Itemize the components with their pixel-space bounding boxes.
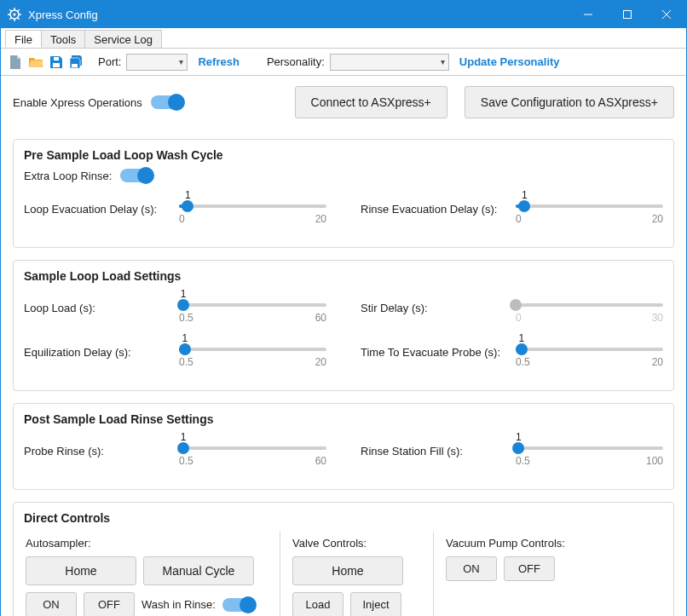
section-post-rinse: Post Sample Load Rinse Settings Probe Ri… [13,403,674,490]
wash-in-rinse-label: Wash in Rinse: [141,598,216,611]
rinse-station-fill-label: Rinse Station Fill (s): [361,433,507,458]
tab-file[interactable]: File [5,30,42,48]
svg-point-1 [14,14,16,16]
autosampler-label: Autosampler: [26,537,268,550]
section-pre-wash: Pre Sample Load Loop Wash Cycle Extra Lo… [13,139,674,248]
stir-delay-label: Stir Delay (s): [361,290,507,314]
app-window: Xpress Config File Tools Service Log Por… [0,0,687,616]
manual-cycle-button[interactable]: Manual Cycle [143,556,254,585]
vacuum-off-button[interactable]: OFF [504,556,555,581]
save-icon[interactable] [49,55,64,70]
save-all-icon[interactable] [69,55,84,70]
time-evacuate-probe-label: Time To Evacuate Probe (s): [361,334,507,359]
autosampler-on-button[interactable]: ON [26,592,77,616]
minimize-button[interactable] [569,1,608,28]
port-label: Port: [98,55,121,68]
valve-label: Valve Controls: [292,537,421,550]
loop-evac-delay-slider[interactable]: 1 020 [179,191,326,225]
tab-tools[interactable]: Tools [41,30,85,48]
section-loop-load: Sample Loop Load Settings Loop Load (s):… [13,260,674,391]
app-gear-icon [8,8,21,21]
probe-rinse-label: Probe Rinse (s): [24,433,170,458]
svg-rect-14 [53,63,60,67]
wash-in-rinse-toggle[interactable] [222,598,255,612]
probe-rinse-slider[interactable]: 1 0.560 [179,433,326,467]
loop-load-label: Loop Load (s): [24,290,170,314]
maximize-button[interactable] [608,1,647,28]
rinse-evac-delay-label: Rinse Evacuation Delay (s): [361,191,507,216]
loop-load-slider[interactable]: 1 0.560 [179,290,326,324]
valve-load-button[interactable]: Load [292,592,344,616]
window-title: Xpress Config [28,9,569,21]
svg-rect-15 [54,57,59,60]
section-direct-controls: Direct Controls Autosampler: Home Manual… [13,502,674,616]
port-select[interactable]: ▾ [126,54,188,71]
save-config-button[interactable]: Save Configuration to ASXpress+ [465,86,674,118]
equilization-delay-slider[interactable]: 1 0.520 [179,334,326,368]
valve-controls: Valve Controls: Home Load Inject [280,532,433,616]
enable-xpress-toggle[interactable] [151,95,183,109]
vacuum-controls: Vacuum Pump Controls: ON OFF [433,532,663,616]
autosampler-off-button[interactable]: OFF [84,592,135,616]
section-title: Pre Sample Load Loop Wash Cycle [24,148,663,162]
titlebar: Xpress Config [1,1,686,28]
svg-rect-16 [72,64,78,67]
chevron-down-icon: ▾ [179,57,183,66]
new-file-icon[interactable] [8,55,23,70]
section-title: Post Sample Load Rinse Settings [24,412,663,426]
extra-loop-rinse-label: Extra Loop Rinse: [24,170,112,182]
chevron-down-icon: ▾ [441,57,445,66]
vacuum-label: Vacuum Pump Controls: [446,537,651,550]
toolbar: Port: ▾ Refresh Personality: ▾ Update Pe… [1,49,686,76]
rinse-evac-delay-slider[interactable]: 1 020 [516,191,663,225]
close-button[interactable] [647,1,686,28]
section-title: Direct Controls [24,511,663,525]
stir-delay-slider[interactable]: 030 [516,290,663,324]
tab-service-log[interactable]: Service Log [84,30,162,48]
personality-label: Personality: [267,55,325,68]
valve-inject-button[interactable]: Inject [350,592,401,616]
section-title: Sample Loop Load Settings [24,269,663,283]
menubar: File Tools Service Log [1,28,686,49]
time-evacuate-probe-slider[interactable]: 1 0.520 [516,334,663,368]
autosampler-home-button[interactable]: Home [26,556,136,585]
vacuum-on-button[interactable]: ON [446,556,497,581]
personality-select[interactable]: ▾ [330,54,449,71]
autosampler-controls: Autosampler: Home Manual Cycle ON OFF Wa… [24,532,280,616]
svg-line-6 [9,9,11,11]
rinse-station-fill-slider[interactable]: 1 0.5100 [516,433,663,467]
update-personality-button[interactable]: Update Personality [454,55,565,68]
svg-line-7 [18,18,20,20]
connect-button[interactable]: Connect to ASXpress+ [295,86,447,118]
equilization-delay-label: Equilization Delay (s): [24,334,170,359]
svg-line-9 [18,9,20,11]
valve-home-button[interactable]: Home [292,556,403,585]
extra-loop-rinse-toggle[interactable] [120,169,153,182]
svg-line-8 [9,18,11,20]
svg-rect-11 [624,11,632,19]
enable-xpress-label: Enable Xpress Operations [13,96,142,109]
loop-evac-delay-label: Loop Evacuation Delay (s): [24,191,170,216]
refresh-button[interactable]: Refresh [193,55,244,68]
open-folder-icon[interactable] [28,55,43,70]
